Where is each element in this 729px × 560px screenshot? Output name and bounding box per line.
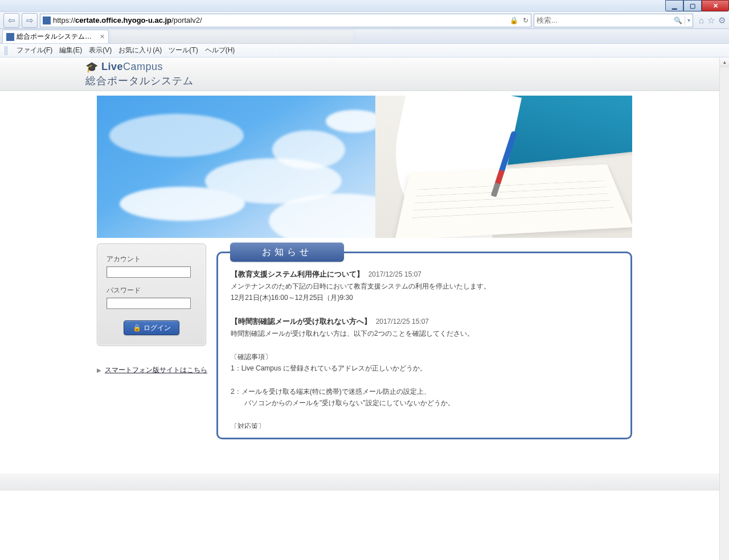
separator — [685, 16, 685, 25]
tab-close-icon[interactable]: ✕ — [100, 33, 105, 40]
hero-image — [97, 96, 632, 238]
notice-item: 【教育支援システム利用停止について】 2017/12/25 15:07メンテナン… — [231, 269, 608, 304]
brand-name: LiveCampus — [101, 61, 163, 73]
notice-scroll-area[interactable]: 【教育支援システム利用停止について】 2017/12/25 15:07メンテナン… — [231, 269, 618, 429]
login-button[interactable]: 🔒ログイン — [124, 320, 179, 335]
menu-favorites[interactable]: お気に入り(A) — [118, 46, 162, 55]
password-input[interactable] — [107, 298, 191, 309]
smartphone-link[interactable]: スマートフォン版サイトはこちら — [105, 365, 207, 375]
notice-body: 時間割確認メールが受け取れない方は、以下の2つのことを確認してください。 〔確認… — [231, 328, 608, 429]
url-text: https://certate.office.hyogo-u.ac.jp/por… — [53, 16, 505, 24]
page-footer-strip — [0, 473, 729, 491]
page-header: 🎓 LiveCampus 総合ポータルシステム — [0, 57, 729, 91]
notice-panel: 【教育支援システム利用停止について】 2017/12/25 15:07メンテナン… — [216, 252, 632, 439]
triangle-icon: ▶ — [97, 367, 101, 373]
notice-title: 【教育支援システム利用停止について】 2017/12/25 15:07 — [231, 269, 608, 279]
brand-subtitle: 総合ポータルシステム — [85, 74, 194, 88]
notice-date: 2017/12/25 15:07 — [376, 318, 429, 326]
menu-edit[interactable]: 編集(E) — [59, 46, 82, 55]
dropdown-icon[interactable]: ▾ — [687, 17, 690, 23]
search-icon[interactable]: 🔍 — [674, 17, 682, 24]
active-tab[interactable]: 総合ポータルシステム Li... ✕ — [2, 30, 109, 43]
window-close-button[interactable]: ✕ — [702, 0, 729, 11]
menu-tools[interactable]: ツール(T) — [169, 46, 198, 55]
window-minimize-button[interactable]: ▁ — [665, 0, 683, 11]
menu-grip-icon — [5, 46, 7, 55]
tabs-row: 総合ポータルシステム Li... ✕ — [0, 29, 729, 44]
login-button-label: ログイン — [144, 324, 171, 332]
content-row: アカウント パスワード 🔒ログイン ▶ スマートフォン版サイトはこちら お知らせ… — [97, 244, 632, 439]
refresh-icon[interactable]: ↻ — [523, 17, 529, 24]
address-bar[interactable]: https://certate.office.hyogo-u.ac.jp/por… — [40, 14, 531, 27]
menu-bar: ファイル(F) 編集(E) 表示(V) お気に入り(A) ツール(T) ヘルプ(… — [0, 44, 729, 57]
smartphone-link-row: ▶ スマートフォン版サイトはこちら — [97, 365, 207, 375]
search-box[interactable]: 🔍 ▾ — [534, 14, 693, 27]
page-scrollbar[interactable]: ▴ — [719, 57, 729, 560]
notice-item: 【時間割確認メールが受け取れない方へ】 2017/12/25 15:07時間割確… — [231, 316, 608, 429]
menu-view[interactable]: 表示(V) — [89, 46, 112, 55]
notice-date: 2017/12/25 15:07 — [368, 270, 421, 278]
account-input[interactable] — [107, 266, 191, 278]
lock-icon: 🔒 — [510, 17, 518, 24]
lock-icon: 🔒 — [133, 324, 141, 332]
scroll-up-icon[interactable]: ▴ — [720, 57, 729, 67]
search-input[interactable] — [536, 16, 674, 24]
tab-title: 総合ポータルシステム Li... — [17, 32, 96, 42]
star-icon[interactable]: ☆ — [707, 15, 715, 26]
back-button[interactable]: ⇦ — [3, 13, 19, 28]
forward-button[interactable]: ⇨ — [22, 13, 38, 28]
account-label: アカウント — [107, 254, 196, 264]
home-icon[interactable]: ⌂ — [699, 15, 704, 26]
notice-heading: お知らせ — [230, 242, 344, 262]
tab-favicon-icon — [6, 33, 14, 41]
menu-file[interactable]: ファイル(F) — [17, 46, 52, 55]
toolbar-right-icons: ⌂ ☆ ⚙ — [699, 15, 726, 26]
notice-title: 【時間割確認メールが受け取れない方へ】 2017/12/25 15:07 — [231, 316, 608, 327]
page-viewport: ▴ 🎓 LiveCampus 総合ポータルシステム アカウント パスワード 🔒ロ… — [0, 57, 729, 560]
gear-icon[interactable]: ⚙ — [718, 15, 726, 26]
notice-section: お知らせ 【教育支援システム利用停止について】 2017/12/25 15:07… — [216, 244, 632, 439]
password-label: パスワード — [107, 286, 196, 295]
window-titlebar: ▁ ▢ ✕ — [0, 0, 729, 11]
notice-body: メンテナンスのため下記の日時において教育支援システムの利用を停止いたします。12… — [231, 281, 608, 304]
browser-toolbar: ⇦ ⇨ https://certate.office.hyogo-u.ac.jp… — [0, 11, 729, 29]
site-favicon-icon — [43, 17, 51, 24]
menu-help[interactable]: ヘルプ(H) — [205, 46, 235, 55]
graduation-cap-icon: 🎓 — [85, 61, 98, 73]
login-panel: アカウント パスワード 🔒ログイン — [97, 244, 206, 346]
window-maximize-button[interactable]: ▢ — [683, 0, 702, 11]
background-tab[interactable] — [110, 30, 355, 43]
